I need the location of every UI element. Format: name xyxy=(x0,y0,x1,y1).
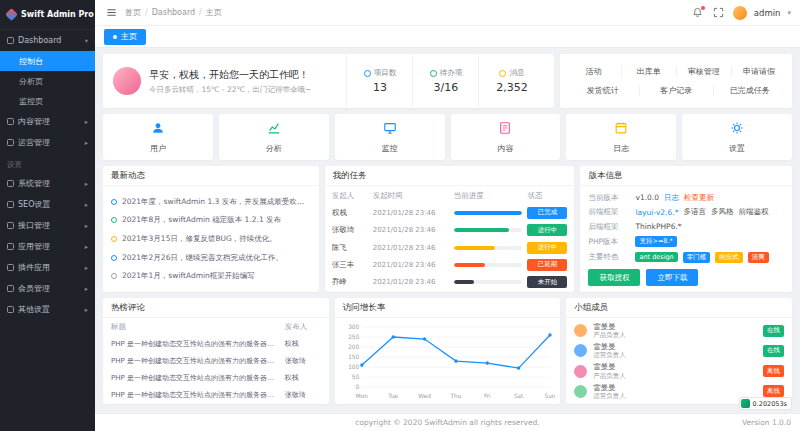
sidebar-subitem-分析页[interactable]: 分析页 xyxy=(0,71,95,91)
task-row: 权栈2021/01/28 23:46已完成 xyxy=(332,204,568,221)
tab-label: 主页 xyxy=(121,31,137,42)
stat-待办项: 待办项3/16 xyxy=(412,54,478,108)
user-menu-caret-icon[interactable]: ▾ xyxy=(787,9,791,17)
member-role: 产品负责人 xyxy=(593,372,626,380)
notification-bell-icon[interactable] xyxy=(691,6,705,20)
quick-link-客户记录[interactable]: 客户记录 xyxy=(640,85,714,96)
member-role: 产品负责人 xyxy=(593,331,626,339)
svg-text:150: 150 xyxy=(348,354,359,360)
sidebar-item-内容管理[interactable]: 内容管理▸ xyxy=(0,111,95,132)
quick-link-发货统计[interactable]: 发货统计 xyxy=(566,85,640,96)
breadcrumb-item[interactable]: 主页 xyxy=(206,7,222,18)
member-avatar xyxy=(574,344,587,357)
task-row: 张三丰2021/01/28 23:46已延期 xyxy=(332,256,568,273)
svg-text:Sun: Sun xyxy=(544,393,555,399)
task-progress-fill xyxy=(454,246,495,250)
version-row: PHP版本支持>=8.* xyxy=(588,236,784,247)
version-button-获取授权[interactable]: 获取授权 xyxy=(588,269,640,286)
news-item[interactable]: 2021年8月，swiftAdmin 稳定版本 1.2.1 发布 xyxy=(111,215,311,225)
version-button-立即下载[interactable]: 立即下载 xyxy=(646,269,698,286)
version-tag: ant design xyxy=(635,252,677,262)
tasks-header-cell: 状态 xyxy=(527,191,567,201)
news-item[interactable]: 2021年度，swiftAdmin 1.3 发布，并发展成最受欢迎的极速开发框架… xyxy=(111,197,311,207)
task-status-badge: 已延期 xyxy=(527,259,567,271)
news-text: 2021年度，swiftAdmin 1.3 发布，并发展成最受欢迎的极速开发框架… xyxy=(122,197,311,207)
sidebar-item-运营管理[interactable]: 运营管理▸ xyxy=(0,132,95,153)
shortcut-分析[interactable]: 分析 xyxy=(219,114,329,160)
tab-active-dot xyxy=(113,35,117,39)
task-progress-fill xyxy=(454,228,509,232)
sidebar-item-icon xyxy=(7,139,14,146)
sidebar-item-系统管理[interactable]: 系统管理▸ xyxy=(0,173,95,194)
username[interactable]: admin xyxy=(754,8,781,18)
comments-header-cell: 标题 xyxy=(111,322,279,332)
menu-toggle-icon[interactable] xyxy=(104,6,118,20)
quick-links-card: 活动出库单审核管理申请请假发货统计客户记录已完成任务 xyxy=(560,54,792,108)
comments-card: 热榜评论 标题发布人PHP 是一种创建动态交互性站点的强有力的服务器端脚本语言权… xyxy=(103,298,329,404)
task-progress-fill xyxy=(454,280,475,284)
sidebar-subitem-控制台[interactable]: 控制台 xyxy=(0,51,95,71)
stat-消息: 消息2,352 xyxy=(478,54,544,108)
version-item[interactable]: 日志 xyxy=(664,193,679,203)
shortcut-用户[interactable]: 用户 xyxy=(103,114,213,160)
sidebar-item-插件应用[interactable]: 插件应用▸ xyxy=(0,257,95,278)
news-item[interactable]: 2021年3月15日，修复反馈BUG，持续优化。 xyxy=(111,234,311,244)
stat-label: 消息 xyxy=(499,68,524,78)
chevron-down-icon: ▸ xyxy=(85,222,88,230)
app-window: Swift Admin Pro Dashboard▾控制台分析页监控页内容管理▸… xyxy=(0,0,800,431)
stat-ring-icon xyxy=(499,70,506,77)
sidebar-item-其他设置[interactable]: 其他设置▸ xyxy=(0,299,95,320)
shortcut-label: 设置 xyxy=(729,143,745,154)
news-item[interactable]: 2021年2月26日，继续完善文档完成优化工作。 xyxy=(111,253,311,263)
news-dot-icon xyxy=(111,199,117,205)
comment-row[interactable]: PHP 是一种创建动态交互性站点的强有力的服务器端脚本语言权栈 xyxy=(111,369,321,386)
bottom-row: 热榜评论 标题发布人PHP 是一种创建动态交互性站点的强有力的服务器端脚本语言权… xyxy=(103,298,792,404)
task-time: 2021/01/28 23:46 xyxy=(373,226,449,234)
sidebar-item-应用管理[interactable]: 应用管理▸ xyxy=(0,236,95,257)
quick-link-申请请假[interactable]: 申请请假 xyxy=(732,66,786,77)
breadcrumb-item[interactable]: 首页 xyxy=(125,7,141,18)
svg-text:Thu: Thu xyxy=(449,393,461,399)
comment-row[interactable]: PHP 是一种创建动态交互性站点的强有力的服务器端脚本语言权栈 xyxy=(111,336,321,353)
comment-row[interactable]: PHP 是一种创建动态交互性站点的强有力的服务器端脚本语言张敬琦 xyxy=(111,353,321,370)
member-name: 雷曼曼 xyxy=(593,383,626,392)
shortcut-log-icon xyxy=(614,120,628,139)
fullscreen-icon[interactable] xyxy=(712,6,726,20)
chevron-down-icon: ▸ xyxy=(85,264,88,272)
quick-link-活动[interactable]: 活动 xyxy=(566,66,621,77)
member-row[interactable]: 雷曼曼运营负责人在线 xyxy=(574,342,784,360)
svg-text:Mon: Mon xyxy=(356,393,368,399)
tasks-header-cell: 发起时间 xyxy=(373,191,449,201)
sidebar-item-接口管理[interactable]: 接口管理▸ xyxy=(0,215,95,236)
shortcut-设置[interactable]: 设置 xyxy=(682,114,792,160)
version-item[interactable]: 检查更新 xyxy=(684,193,714,203)
quick-link-出库单[interactable]: 出库单 xyxy=(622,66,677,77)
svg-text:Wed: Wed xyxy=(418,393,431,399)
tab-主页[interactable]: 主页 xyxy=(104,29,146,45)
version-card: 版本信息 当前版本v1.0.0日志检查更新前端框架layui-v2.6.*多语言… xyxy=(580,166,792,292)
sidebar-item-SEO设置[interactable]: SEO设置▸ xyxy=(0,194,95,215)
user-avatar[interactable] xyxy=(733,6,747,20)
member-row[interactable]: 雷曼曼产品负责人在线 xyxy=(574,322,784,340)
breadcrumb-item[interactable]: Dashboard xyxy=(152,8,195,17)
sidebar-item-Dashboard[interactable]: Dashboard▾ xyxy=(0,30,95,51)
sidebar-item-label: 应用管理 xyxy=(18,241,50,252)
version-row-label: 当前版本 xyxy=(588,193,630,203)
shortcut-日志[interactable]: 日志 xyxy=(566,114,676,160)
shortcut-监控[interactable]: 监控 xyxy=(335,114,445,160)
news-item[interactable]: 2021年1月，swiftAdmin框架开始编写 xyxy=(111,271,311,281)
quick-link-已完成任务[interactable]: 已完成任务 xyxy=(714,85,787,96)
version-item[interactable]: layui-v2.6.* xyxy=(635,208,678,217)
sidebar-item-会员管理[interactable]: 会员管理▸ xyxy=(0,278,95,299)
tasks-header-row: 发起人发起时间当前进度状态 xyxy=(332,187,568,204)
quick-link-审核管理[interactable]: 审核管理 xyxy=(677,66,732,77)
svg-text:250: 250 xyxy=(348,334,359,340)
task-progress-bar xyxy=(454,263,523,267)
task-time: 2021/01/28 23:46 xyxy=(373,278,449,286)
comment-row[interactable]: PHP 是一种创建动态交互性站点的强有力的服务器端脚本语言张敬琦 xyxy=(111,386,321,403)
sidebar-subitem-监控页[interactable]: 监控页 xyxy=(0,91,95,111)
chevron-down-icon: ▸ xyxy=(85,180,88,188)
member-row[interactable]: 雷曼曼产品负责人离线 xyxy=(574,362,784,380)
shortcut-内容[interactable]: 内容 xyxy=(451,114,561,160)
breadcrumb-separator: / xyxy=(145,8,148,17)
